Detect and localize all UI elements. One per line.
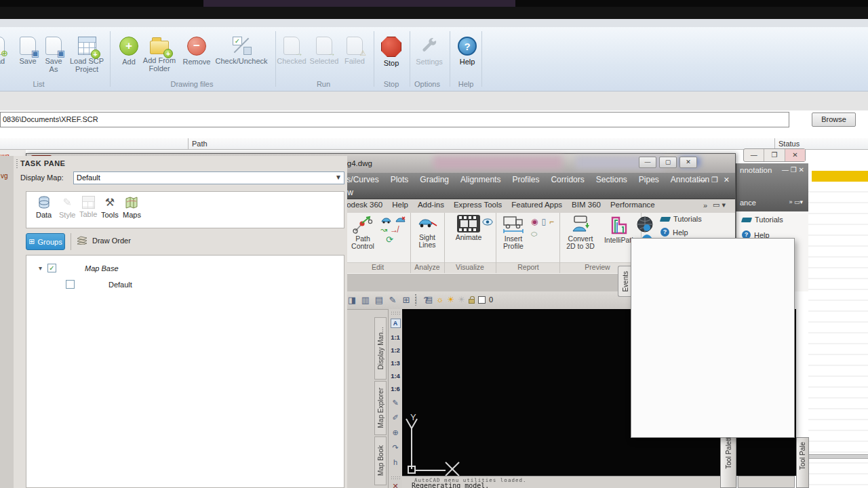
scale-strip-icon[interactable]: h bbox=[389, 458, 402, 466]
settings-button[interactable]: Settings bbox=[412, 37, 446, 66]
layer-color-swatch[interactable] bbox=[478, 296, 486, 304]
insert-profile-button[interactable]: Insert Profile bbox=[497, 215, 530, 250]
default-checkbox[interactable] bbox=[66, 280, 75, 289]
add-from-folder-button[interactable]: + Add From Folder bbox=[139, 37, 180, 73]
menu-item[interactable]: Profiles bbox=[512, 175, 539, 184]
close-icon[interactable]: ✕ bbox=[389, 482, 402, 488]
ribbon-tab[interactable]: Help bbox=[392, 201, 408, 209]
ribbon-tab[interactable]: Featured Apps bbox=[511, 201, 562, 209]
toolbar-icon[interactable]: ⊞ bbox=[399, 295, 413, 305]
menu-item[interactable]: Pipes bbox=[639, 175, 659, 184]
scale-strip-icon[interactable]: ⊕ bbox=[389, 428, 402, 437]
ribbon-overflow-controls[interactable]: » ▭▾ bbox=[789, 199, 803, 205]
lock-icon[interactable] bbox=[469, 299, 475, 304]
tree-expand-icon[interactable]: ▾ bbox=[39, 264, 42, 272]
minimize-button[interactable]: — bbox=[639, 157, 656, 168]
convert-2d-3d-button[interactable]: Convert 2D to 3D bbox=[562, 215, 599, 250]
help-button[interactable]: ? Help bbox=[454, 37, 480, 66]
scale-item[interactable]: 1:4 bbox=[389, 372, 402, 380]
tree-item-default[interactable]: Default bbox=[66, 280, 132, 289]
report-car-icon[interactable]: ⬭ bbox=[531, 230, 537, 239]
toolbar-grip[interactable] bbox=[391, 311, 401, 316]
maps-button[interactable]: Maps bbox=[123, 196, 141, 219]
browse-button[interactable]: Browse bbox=[812, 113, 856, 127]
display-map-dropdown[interactable]: Default ▼ bbox=[73, 171, 344, 184]
eye-icon[interactable] bbox=[482, 218, 493, 226]
layer-properties-icon[interactable]: ▤ bbox=[425, 295, 433, 304]
layer-name[interactable]: 0 bbox=[489, 296, 493, 304]
ribbon-tab[interactable]: Express Tools bbox=[454, 201, 502, 209]
sun-icon[interactable]: ☀ bbox=[447, 295, 454, 304]
toolbar-icon[interactable]: ▤ bbox=[372, 295, 386, 305]
scale-item[interactable]: 1:2 bbox=[389, 346, 402, 354]
menu-item[interactable]: Alignments bbox=[460, 175, 500, 184]
ribbon-overflow[interactable]: »▭ ▾ bbox=[703, 201, 726, 209]
save-button[interactable]: ▣ Save bbox=[15, 37, 41, 65]
style-button[interactable]: ✎ Style bbox=[59, 196, 75, 219]
run-checked-button[interactable]: → Checked bbox=[275, 37, 308, 65]
table-button[interactable]: Table bbox=[79, 196, 97, 218]
status-column-header[interactable]: Status bbox=[778, 140, 800, 148]
bulb-icon[interactable]: ☼ bbox=[436, 295, 443, 304]
sight-lines-button[interactable]: Sight Lines bbox=[412, 215, 443, 249]
toolbar-icon[interactable]: ✎ bbox=[386, 295, 399, 305]
menu-item[interactable]: Plots bbox=[391, 175, 409, 184]
report-arm-icon[interactable]: ⌐ bbox=[549, 217, 554, 226]
load-button[interactable]: ⊕ Load bbox=[0, 37, 11, 65]
data-button[interactable]: Data bbox=[36, 196, 52, 219]
command-line[interactable]: AutoCAD menu utilities loaded. Regenerat… bbox=[402, 476, 720, 488]
toolbar-icon[interactable]: ▥ bbox=[359, 295, 372, 305]
scale-strip-icon[interactable]: ✎ bbox=[389, 399, 402, 407]
car-delete-icon[interactable] bbox=[395, 216, 406, 224]
path-column-header[interactable]: Path bbox=[192, 140, 208, 148]
save-as-button[interactable]: ▣ Save As bbox=[41, 37, 66, 73]
tutorials-link[interactable]: Tutorials bbox=[660, 215, 702, 223]
close-icon[interactable]: ✕ bbox=[785, 149, 805, 161]
delete-path-icon[interactable]: ↛ bbox=[390, 226, 398, 233]
toolbar-icon[interactable]: ◨ bbox=[345, 295, 359, 305]
toolbar-grip[interactable] bbox=[414, 293, 418, 306]
stop-button[interactable]: Stop bbox=[379, 37, 403, 67]
menu-item[interactable]: Corridors bbox=[551, 175, 584, 184]
refresh-icon[interactable]: ⟳ bbox=[386, 236, 393, 244]
report-sheet-icon[interactable]: ▯ bbox=[541, 217, 546, 226]
ribbon-tab[interactable]: Add-ins bbox=[418, 201, 444, 209]
tab-map-book[interactable]: Map Book bbox=[374, 436, 387, 485]
task-pane-grip[interactable] bbox=[16, 159, 18, 168]
tab-map-explorer[interactable]: Map Explorer bbox=[374, 381, 387, 435]
tool-palettes-titlebar[interactable]: Tool Palett bbox=[720, 432, 736, 488]
tool-palettes-titlebar-2[interactable]: Tool Pale bbox=[796, 437, 809, 488]
remove-button[interactable]: − Remove bbox=[179, 37, 214, 66]
mdi-window-controls[interactable]: —❐✕ bbox=[698, 176, 730, 184]
tab-display-manager[interactable]: Display Man... bbox=[374, 317, 387, 380]
minimize-icon[interactable]: — bbox=[744, 149, 764, 161]
script-path-input[interactable]: 0836\Documents\XREF.SCR bbox=[0, 112, 789, 127]
add-button[interactable]: + Add bbox=[117, 37, 141, 66]
report-badge-icon[interactable]: ◉ bbox=[531, 217, 538, 226]
edit-path-icon[interactable]: ↝ bbox=[380, 226, 387, 233]
run-selected-button[interactable]: → Selected bbox=[308, 37, 340, 65]
command-dock-grip[interactable] bbox=[391, 476, 401, 481]
menu-item[interactable]: Sections bbox=[596, 175, 627, 184]
ribbon-tab[interactable]: BIM 360 bbox=[572, 201, 601, 209]
file-list-item-selected[interactable]: vg bbox=[1, 172, 8, 180]
tutorials-link[interactable]: Tutorials bbox=[742, 216, 783, 224]
ribbon-tab[interactable]: Performance bbox=[610, 201, 655, 209]
tree-item-map-base[interactable]: ▾ ✓ Map Base bbox=[39, 264, 119, 272]
window-controls[interactable]: — ❐ ✕ bbox=[782, 166, 804, 174]
load-scp-project-button[interactable]: + Load SCP Project bbox=[67, 37, 106, 73]
run-failed-button[interactable]: ⚠ Failed bbox=[341, 37, 368, 65]
scale-strip-icon[interactable]: ↷ bbox=[389, 443, 402, 452]
freeze-icon[interactable]: ☀ bbox=[458, 295, 465, 304]
help-link[interactable]: ?Help bbox=[660, 228, 702, 237]
scale-item[interactable]: 1:1 bbox=[389, 333, 402, 341]
path-control-button[interactable]: Path Control bbox=[345, 215, 380, 250]
scale-item[interactable]: 1:6 bbox=[389, 385, 402, 392]
draw-order-button[interactable]: Draw Order bbox=[76, 236, 131, 245]
scale-strip-icon[interactable]: ✐ bbox=[389, 413, 402, 422]
car-icon[interactable] bbox=[380, 216, 392, 224]
groups-button[interactable]: ⊞ Groups bbox=[26, 233, 65, 250]
restore-button[interactable]: ▢ bbox=[659, 157, 677, 168]
menu-item[interactable]: Grading bbox=[420, 175, 449, 184]
check-uncheck-button[interactable]: ✓ Check/Uncheck bbox=[210, 37, 273, 65]
